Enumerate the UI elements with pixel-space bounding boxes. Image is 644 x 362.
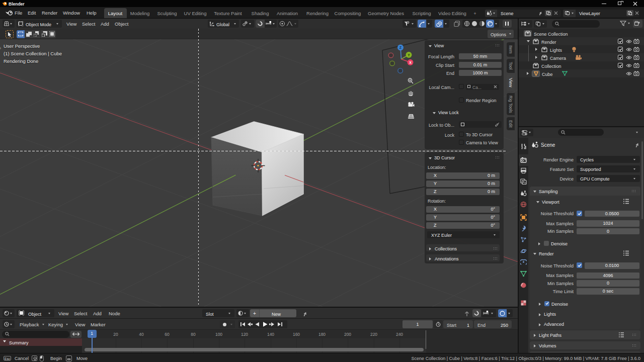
svg-text:Y: Y bbox=[408, 53, 410, 57]
svg-text:X: X bbox=[409, 61, 412, 64]
svg-text:Z: Z bbox=[399, 46, 402, 49]
